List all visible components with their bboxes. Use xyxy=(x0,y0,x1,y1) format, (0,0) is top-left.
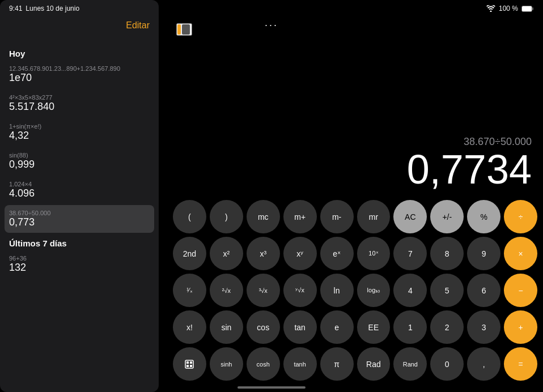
history-item[interactable]: 4²×3x5×83x2775.517.840 xyxy=(5,90,154,117)
svg-rect-2 xyxy=(532,7,533,10)
sqrt-3-button[interactable]: ³√x xyxy=(247,274,280,307)
ee-button[interactable]: EE xyxy=(357,310,391,344)
cosh-button[interactable]: cosh xyxy=(247,347,280,381)
calculator-main: 38.670÷50.000 0,7734 ()mcm+m-mrAC+/-%÷2n… xyxy=(167,17,543,392)
status-right: 100 % xyxy=(486,5,534,12)
svg-rect-9 xyxy=(190,365,192,367)
10-to-x-button[interactable]: 10ˣ xyxy=(357,237,391,270)
history-item[interactable]: 12.345.678.901.23...890+1.234.567.8901e7… xyxy=(5,61,154,88)
equals-button[interactable]: = xyxy=(504,347,537,381)
seven-button[interactable]: 7 xyxy=(393,237,427,270)
sinh-button[interactable]: sinh xyxy=(210,347,243,381)
svg-rect-4 xyxy=(182,24,190,35)
mc-button[interactable]: mc xyxy=(247,200,280,233)
six-button[interactable]: 6 xyxy=(467,274,500,307)
sin-button[interactable]: sin xyxy=(210,310,243,344)
x-to-y-button[interactable]: xʸ xyxy=(283,237,317,270)
calc-topbar xyxy=(167,17,543,42)
cos-button[interactable]: cos xyxy=(247,310,280,344)
section-title: Hoy xyxy=(5,44,154,61)
history-item[interactable]: 1+sin(π×e!)4,32 xyxy=(5,118,154,146)
tanh-button[interactable]: tanh xyxy=(283,347,317,381)
history-expr: 4²×3x5×83x277 xyxy=(9,94,150,101)
open-paren-button[interactable]: ( xyxy=(173,200,206,233)
svg-rect-1 xyxy=(522,6,532,11)
subtract-button[interactable]: − xyxy=(504,274,537,307)
sqrt-2-button[interactable]: ²√x xyxy=(210,274,243,307)
display-expression: 38.670÷50.000 xyxy=(464,136,532,148)
four-button[interactable]: 4 xyxy=(393,274,427,307)
date: Lunes 10 de junio xyxy=(26,5,79,12)
sqrt-y-button[interactable]: ʸ√x xyxy=(283,274,317,307)
history-result: 0,999 xyxy=(9,159,150,171)
history-expr: 1.024×4 xyxy=(9,181,150,188)
tan-button[interactable]: tan xyxy=(283,310,317,344)
sign-button[interactable]: +/- xyxy=(430,200,464,233)
ac-button[interactable]: AC xyxy=(393,200,427,233)
2nd-button[interactable]: 2nd xyxy=(173,237,206,270)
sidebar-icon xyxy=(177,24,190,35)
history-expr: 1+sin(π×e!) xyxy=(9,123,150,130)
buttons-grid: ()mcm+m-mrAC+/-%÷2ndx²x³xʸeˣ10ˣ789×¹⁄ₓ²√… xyxy=(167,195,543,392)
factorial-button[interactable]: x! xyxy=(173,310,206,344)
one-over-x-button[interactable]: ¹⁄ₓ xyxy=(173,274,206,307)
percent-button[interactable]: % xyxy=(467,200,500,233)
display-result: 0,7734 xyxy=(407,149,532,190)
svg-rect-8 xyxy=(186,365,189,367)
five-button[interactable]: 5 xyxy=(430,274,464,307)
history-expr: 96+36 xyxy=(9,255,150,262)
three-button[interactable]: 3 xyxy=(467,310,500,344)
sidebar-content[interactable]: Hoy12.345.678.901.23...890+1.234.567.890… xyxy=(0,37,159,392)
log10-button[interactable]: log₁₀ xyxy=(357,274,391,307)
battery: 100 % xyxy=(499,5,518,12)
rad-button[interactable]: Rad xyxy=(357,347,391,381)
history-result: 0,773 xyxy=(9,216,150,228)
battery-icon xyxy=(521,6,534,12)
pi-button[interactable]: π xyxy=(320,347,354,381)
sidebar-toggle-button[interactable] xyxy=(176,23,192,36)
nine-button[interactable]: 9 xyxy=(467,237,500,270)
status-left: 9:41 Lunes 10 de junio xyxy=(9,5,79,12)
close-paren-button[interactable]: ) xyxy=(210,200,243,233)
converter-button[interactable] xyxy=(173,347,206,381)
history-item[interactable]: 1.024×44.096 xyxy=(5,176,154,204)
x-squared-button[interactable]: x² xyxy=(210,237,243,270)
divide-button[interactable]: ÷ xyxy=(504,200,537,233)
history-expr: 38.670÷50.000 xyxy=(9,210,150,216)
decimal-button[interactable]: , xyxy=(467,347,500,381)
history-result: 5.517.840 xyxy=(9,101,150,113)
history-item[interactable]: 38.670÷50.0000,773 xyxy=(5,205,154,233)
one-button[interactable]: 1 xyxy=(393,310,427,344)
add-button[interactable]: + xyxy=(504,310,537,344)
eight-button[interactable]: 8 xyxy=(430,237,464,270)
sidebar: Editar Hoy12.345.678.901.23...890+1.234.… xyxy=(0,0,159,392)
zero-button[interactable]: 0 xyxy=(430,347,464,381)
status-bar: 9:41 Lunes 10 de junio 100 % xyxy=(0,0,543,17)
calculator-icon xyxy=(185,360,194,369)
two-button[interactable]: 2 xyxy=(430,310,464,344)
section-title: Últimos 7 días xyxy=(5,234,154,250)
history-result: 4,32 xyxy=(9,130,150,142)
history-expr: sin(88) xyxy=(9,152,150,159)
rand-button[interactable]: Rand xyxy=(393,347,427,381)
svg-rect-3 xyxy=(177,24,181,35)
history-result: 4.096 xyxy=(9,188,150,199)
edit-button[interactable]: Editar xyxy=(126,20,150,31)
history-item[interactable]: 96+36132 xyxy=(5,250,154,278)
multiply-button[interactable]: × xyxy=(504,237,537,270)
history-result: 1e70 xyxy=(9,72,150,84)
m-plus-button[interactable]: m+ xyxy=(283,200,317,233)
home-indicator xyxy=(237,386,306,389)
display: 38.670÷50.000 0,7734 xyxy=(167,42,543,195)
svg-rect-7 xyxy=(190,361,192,364)
m-minus-button[interactable]: m- xyxy=(320,200,354,233)
x-cubed-button[interactable]: x³ xyxy=(247,237,280,270)
section-title-today xyxy=(5,37,154,44)
e-to-x-button[interactable]: eˣ xyxy=(320,237,354,270)
ln-button[interactable]: ln xyxy=(320,274,354,307)
history-container: Hoy12.345.678.901.23...890+1.234.567.890… xyxy=(5,44,154,278)
mr-button[interactable]: mr xyxy=(357,200,391,233)
e-button[interactable]: e xyxy=(320,310,354,344)
history-expr: 12.345.678.901.23...890+1.234.567.890 xyxy=(9,65,150,72)
history-item[interactable]: sin(88)0,999 xyxy=(5,147,154,175)
